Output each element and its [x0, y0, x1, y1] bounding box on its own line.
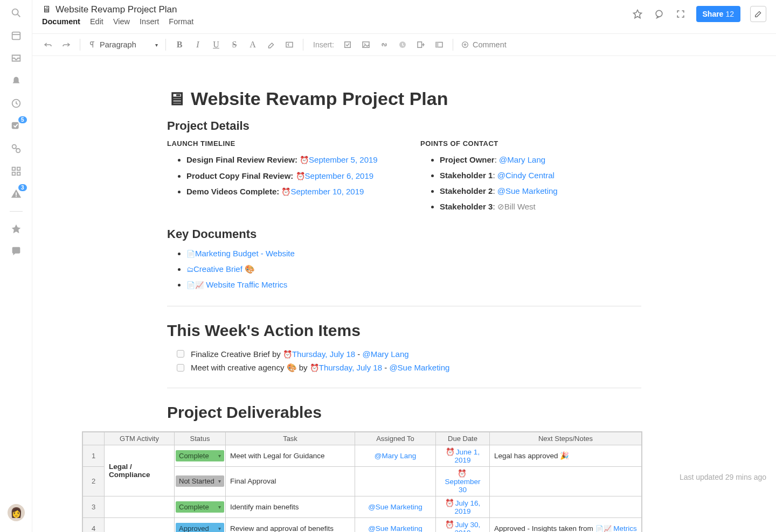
- divider: [167, 306, 641, 306]
- date-link[interactable]: ⏰Thursday, July 18: [283, 349, 355, 359]
- date-link[interactable]: ⏰June 1, 2019: [446, 448, 480, 464]
- mention-link[interactable]: @Sue Marketing: [368, 524, 422, 532]
- link-icon[interactable]: [9, 141, 24, 156]
- contacts-heading: POINTS OF CONTACT: [420, 139, 641, 148]
- italic-icon[interactable]: I: [192, 39, 204, 51]
- action-items-list: Finalize Creative Brief by ⏰Thursday, Ju…: [167, 349, 641, 373]
- date-link[interactable]: ⏰July 16, 2019: [445, 499, 481, 515]
- redo-icon[interactable]: [60, 39, 72, 51]
- underline-icon[interactable]: U: [210, 39, 222, 51]
- checkbox[interactable]: [177, 350, 184, 358]
- chat-bubble-icon[interactable]: [653, 8, 665, 20]
- date-link[interactable]: ⏰Thursday, July 18: [310, 363, 382, 372]
- mention-link[interactable]: @Sue Marketing: [389, 363, 449, 372]
- date-link[interactable]: ⏰September 6, 2019: [296, 171, 374, 180]
- status-select[interactable]: Not Started▾: [176, 475, 224, 487]
- table-row[interactable]: 4Approved▾Review and approval of benefit…: [83, 517, 642, 532]
- emoji-insert-icon[interactable]: [397, 39, 408, 51]
- left-rail: 5 3 👩: [0, 0, 32, 532]
- search-icon[interactable]: [9, 5, 24, 20]
- chat-icon[interactable]: [9, 244, 24, 259]
- comment-label: Comment: [473, 40, 507, 49]
- mention-link[interactable]: @Sue Marketing: [497, 186, 558, 195]
- tasks-icon[interactable]: 5: [9, 118, 24, 134]
- image-insert-icon[interactable]: [360, 39, 372, 51]
- status-select[interactable]: Complete▾: [176, 450, 224, 461]
- key-documents-heading: Key Documents: [167, 227, 641, 241]
- mention-link[interactable]: @Mary Lang: [375, 452, 417, 460]
- deliverables-table[interactable]: GTM Activity Status Task Assigned To Due…: [82, 431, 642, 532]
- menu-format[interactable]: Format: [169, 17, 193, 26]
- doc-title[interactable]: Website Revamp Project Plan: [56, 4, 177, 15]
- date-link[interactable]: ⏰September 10, 2019: [281, 187, 364, 196]
- avatar[interactable]: 👩: [8, 504, 25, 521]
- document-link[interactable]: 📄📈 Metrics: [595, 524, 637, 532]
- grid-icon[interactable]: [9, 164, 24, 179]
- svg-line-8: [16, 148, 17, 149]
- svg-rect-11: [12, 172, 15, 176]
- svg-rect-9: [12, 167, 15, 171]
- text-color-icon[interactable]: A: [247, 39, 259, 51]
- page-title: 🖥Website Revamp Project Plan: [167, 88, 641, 109]
- bold-icon[interactable]: B: [174, 39, 185, 51]
- date-link[interactable]: ⏰July 30, 2019: [445, 521, 481, 532]
- menu-insert[interactable]: Insert: [140, 17, 159, 26]
- alert-icon[interactable]: 3: [9, 186, 24, 201]
- contact-item: Project Owner: @Mary Lang: [440, 154, 641, 165]
- share-button[interactable]: Share 12: [696, 6, 741, 22]
- date-link[interactable]: ⏰September 30: [445, 470, 480, 494]
- divider: [167, 388, 641, 388]
- svg-rect-13: [16, 192, 17, 195]
- document-canvas[interactable]: 🖥Website Revamp Project Plan Project Det…: [32, 56, 776, 532]
- code-icon[interactable]: [283, 39, 295, 51]
- compose-icon[interactable]: [750, 6, 766, 22]
- calendar-icon[interactable]: [9, 28, 24, 43]
- keydoc-item: 📄Marketing Budget - Website: [186, 248, 641, 259]
- mention-link[interactable]: ⊘Bill West: [497, 202, 536, 211]
- clock-icon[interactable]: [9, 96, 24, 111]
- rail-divider: [10, 211, 23, 212]
- star-icon[interactable]: [9, 221, 24, 236]
- doc-icon: 🖥: [42, 4, 51, 15]
- mention-link[interactable]: @Sue Marketing: [368, 503, 422, 511]
- undo-icon[interactable]: [42, 39, 54, 51]
- comment-button[interactable]: Comment: [461, 40, 507, 49]
- keydoc-item: 📄📈 Website Traffic Metrics: [186, 279, 641, 290]
- timeline-item: Design Final Review Review: ⏰September 5…: [186, 154, 388, 166]
- menu-edit[interactable]: Edit: [90, 17, 103, 26]
- inbox-icon[interactable]: [9, 51, 24, 66]
- status-select[interactable]: Approved▾: [176, 523, 224, 532]
- table-row[interactable]: 3Complete▾Identify main benefits@Sue Mar…: [83, 496, 642, 517]
- bell-icon[interactable]: [9, 73, 24, 88]
- mention-link[interactable]: @Cindy Central: [497, 171, 555, 180]
- mention-link[interactable]: @Mary Lang: [363, 349, 409, 359]
- date-link[interactable]: ⏰September 5, 2019: [300, 155, 378, 164]
- svg-rect-10: [17, 167, 20, 171]
- app-insert-icon[interactable]: [433, 39, 445, 51]
- menu-document[interactable]: Document: [42, 17, 80, 26]
- paragraph-style-select[interactable]: Paragraph ▾: [88, 40, 158, 49]
- table-row[interactable]: 1Legal / ComplianceComplete▾Meet with Le…: [83, 445, 642, 466]
- svg-rect-12: [17, 172, 20, 176]
- timeline-item: Demo Videos Complete: ⏰September 10, 201…: [186, 186, 388, 198]
- document-link[interactable]: 🗂Creative Brief 🎨: [186, 264, 255, 274]
- svg-rect-16: [286, 43, 293, 47]
- timeline-item: Product Copy Final Review: ⏰September 6,…: [186, 170, 388, 182]
- project-details-heading: Project Details: [167, 119, 641, 133]
- svg-point-19: [364, 43, 365, 44]
- strike-icon[interactable]: S: [228, 39, 240, 51]
- highlight-icon[interactable]: [265, 39, 277, 51]
- mention-link[interactable]: @Mary Lang: [499, 155, 545, 164]
- status-select[interactable]: Complete▾: [176, 501, 224, 513]
- column-insert-icon[interactable]: [415, 39, 427, 51]
- link-insert-icon[interactable]: [378, 39, 390, 51]
- expand-icon[interactable]: [675, 8, 687, 20]
- contact-item: Stakeholder 2: @Sue Marketing: [440, 185, 641, 197]
- document-link[interactable]: 📄📈 Website Traffic Metrics: [186, 280, 287, 289]
- contact-item: Stakeholder 3: ⊘Bill West: [440, 201, 641, 212]
- star-outline-icon[interactable]: [632, 8, 643, 20]
- checkbox-insert-icon[interactable]: [342, 39, 354, 51]
- document-link[interactable]: 📄Marketing Budget - Website: [186, 249, 295, 258]
- menu-view[interactable]: View: [113, 17, 130, 26]
- checkbox[interactable]: [177, 364, 184, 372]
